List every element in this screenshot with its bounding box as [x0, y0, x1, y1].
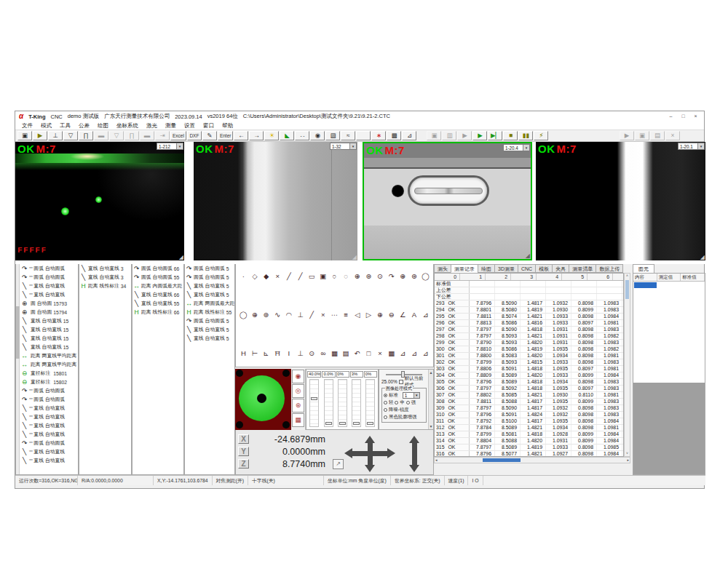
measure-tool-icon[interactable]: ⊿	[420, 310, 431, 321]
measure-tool-icon[interactable]: ▭	[306, 271, 317, 282]
table-row[interactable]: 302OK 7.8799 8.5093 1.4815 1.0933 0.8098…	[435, 359, 623, 366]
feature-list-item[interactable]: ⊕ 圆 自动圆 15793	[20, 299, 78, 308]
xy-move-button[interactable]: ↗	[333, 459, 344, 469]
jog-z-arrow[interactable]	[412, 443, 417, 465]
table-row[interactable]: 312OK 7.8784 8.5089 1.4821 1.0934 0.8098…	[435, 425, 623, 431]
table-row[interactable]: 下公差	[435, 294, 623, 300]
camera-range-combo[interactable]: 1-20.1▾	[678, 143, 705, 150]
slider-track[interactable]	[338, 379, 347, 427]
column-header[interactable]: 内容	[633, 274, 657, 281]
zoom-slider[interactable]	[386, 371, 422, 378]
measure-tool-icon[interactable]: ◯	[238, 310, 249, 321]
measure-tool-icon[interactable]: ×	[317, 310, 328, 321]
feature-list-item[interactable]: ╲ 直线 自动直线 15	[20, 316, 78, 325]
table-row[interactable]: 296OK 7.8813 8.5086 1.4816 1.0933 0.8097…	[435, 320, 623, 327]
dimension-tool-icon[interactable]: □	[363, 348, 374, 359]
dimension-tool-icon[interactable]: ⊙	[306, 348, 317, 359]
feature-list-item[interactable]: ╲ *** 直线 自动直线	[20, 421, 78, 430]
table-row[interactable]: 294OK 7.8801 8.5080 1.4819 1.0930 0.8099…	[435, 307, 623, 314]
feature-list-item[interactable]: ╲ 直线 自动直线 3	[79, 273, 131, 282]
arrow-right-button[interactable]: →	[249, 131, 264, 140]
feature-list-item[interactable]: ↷ 圆弧 自动圆弧 5	[185, 316, 234, 325]
measure-tool-icon[interactable]: ◌	[341, 271, 352, 282]
camera-range-combo[interactable]: 1-212▾	[157, 143, 183, 150]
quick-run-button[interactable]: ⚡	[534, 131, 548, 140]
measure-tool-icon[interactable]: ◠	[284, 310, 295, 321]
feature-list-item[interactable]: ╲ 直线 自动直线 15	[20, 325, 78, 334]
probe-button[interactable]: ⊥	[48, 131, 63, 140]
feature-list-item[interactable]: H 距离 线性标注 55	[185, 308, 234, 316]
feature-list-item[interactable]: ╲ *** 直线 自动直线	[20, 404, 78, 412]
run-button[interactable]: ▶	[472, 131, 487, 140]
minimize-button[interactable]: –	[666, 112, 676, 121]
column-header[interactable]: 6	[587, 274, 613, 280]
camera-view-3-selected[interactable]: OKM:7 1-20.4▾ ◢	[363, 142, 532, 260]
options-scrollbar[interactable]: ▲▼	[428, 370, 433, 429]
dimension-tool-icon[interactable]: ⊿	[420, 348, 431, 359]
column-down-button[interactable]: ∏	[124, 131, 139, 140]
slider-track[interactable]	[309, 379, 319, 427]
menu-item[interactable]: 坐标系统	[116, 122, 138, 129]
close-button[interactable]: ×	[691, 112, 700, 121]
measure-tool-icon[interactable]: ▷	[363, 310, 374, 321]
magnifier-button[interactable]: ◉	[310, 131, 325, 140]
feature-list-item[interactable]: ╲ 直线 自动直线 15	[20, 343, 78, 351]
feature-list-item[interactable]: ⊖ 直径标注 15802	[20, 378, 78, 386]
measure-tool-icon[interactable]: ⋯	[329, 310, 340, 321]
column-header[interactable]: 2	[486, 274, 511, 280]
camera-view-2[interactable]: OKM:7 1-32▾ ◢	[194, 142, 357, 260]
slider-thumb[interactable]	[353, 422, 360, 425]
feature-list-item[interactable]: ↷ *** 圆弧 自动圆弧	[20, 386, 78, 395]
scroll-right-icon[interactable]: ▸	[627, 458, 629, 463]
measure-tool-icon[interactable]: ◁	[352, 310, 363, 321]
light-level-radio[interactable]	[384, 401, 387, 404]
feature-list-item[interactable]: ⊕ 圆 自动圆 15794	[20, 308, 78, 316]
dimension-tool-icon[interactable]: I	[284, 348, 295, 359]
maximize-button[interactable]: □	[678, 112, 688, 121]
stage-down-button[interactable]: ▬	[140, 131, 154, 140]
annotate-button[interactable]: ✎	[202, 131, 217, 140]
record-tab[interactable]: 3D测量	[494, 264, 518, 273]
record-tab[interactable]: 绘图	[478, 264, 494, 273]
feature-list-item[interactable]: ↔ 距离 两直线平均距离	[20, 360, 78, 369]
slider-track[interactable]	[365, 379, 375, 427]
camera-view-1[interactable]: FFFFF OKM:7 1-212▾ ◢	[15, 142, 184, 260]
menu-item[interactable]: 窗口	[203, 122, 214, 129]
save-button[interactable]: ▣	[17, 131, 32, 140]
table-row[interactable]: 298OK 7.8797 8.5093 1.4821 1.0931 0.8098…	[435, 333, 623, 340]
feature-list-item[interactable]: ╲ *** 直线 自动直线	[20, 290, 78, 299]
default-mode-checkbox[interactable]	[399, 380, 403, 384]
table-row[interactable]: 295OK 7.8811 8.5074 1.4821 1.0933 0.8098…	[435, 314, 623, 320]
table-row[interactable]: 301OK 7.8800 8.5083 1.4820 1.0934 0.8098…	[435, 353, 623, 359]
record-tab[interactable]: 数据上传	[596, 264, 623, 273]
save-record-button[interactable]: ▣	[427, 131, 441, 140]
enter-button[interactable]: Enter	[218, 131, 234, 140]
slider-thumb[interactable]	[367, 422, 373, 425]
open-button[interactable]: ▶	[33, 131, 47, 140]
measure-tool-icon[interactable]: ∿	[272, 310, 283, 321]
level-combo[interactable]: 1▾	[403, 392, 420, 399]
feature-list-item[interactable]: ↔ 距离 两圆弧最大距	[185, 299, 234, 308]
feature-list-item[interactable]: H 距离 线性标注 34	[79, 282, 131, 290]
feature-list-item[interactable]: ╲ 直线 自动直线 15	[20, 334, 78, 343]
scrollbar-thumb[interactable]	[625, 280, 629, 299]
column-header[interactable]: 1	[460, 274, 486, 280]
arrow-left-button[interactable]: ←	[234, 131, 248, 140]
feature-list-item[interactable]: ╲ *** 直线 自动直线	[20, 412, 78, 421]
dxf-export-button[interactable]: DXF	[187, 131, 202, 140]
feature-list-item[interactable]: H 距离 线性标注 66	[132, 308, 183, 316]
column-header[interactable]: 测定值	[657, 274, 681, 281]
measure-tool-icon[interactable]: ◯	[420, 271, 431, 282]
table-row[interactable]: 297OK 7.8797 8.5090 1.4818 1.0931 0.8098…	[435, 327, 623, 333]
feature-list-item[interactable]: ↷ *** 圆弧 自动圆弧	[20, 264, 78, 273]
measure-tool-icon[interactable]: ∠	[397, 310, 408, 321]
table-row[interactable]: 标准值	[435, 281, 623, 287]
play-button[interactable]: ▶	[620, 131, 634, 140]
column-header[interactable]: 0	[435, 274, 460, 280]
report-button[interactable]: ⊿	[402, 131, 416, 140]
column-button[interactable]: ∏	[79, 131, 93, 140]
excel-export-button[interactable]: Excel	[170, 131, 186, 140]
delete-tool-button[interactable]: ×	[665, 131, 680, 140]
feature-list-item[interactable]: ↷ *** 圆弧 自动圆弧	[20, 395, 78, 404]
strong-level-radio[interactable]	[406, 401, 410, 404]
